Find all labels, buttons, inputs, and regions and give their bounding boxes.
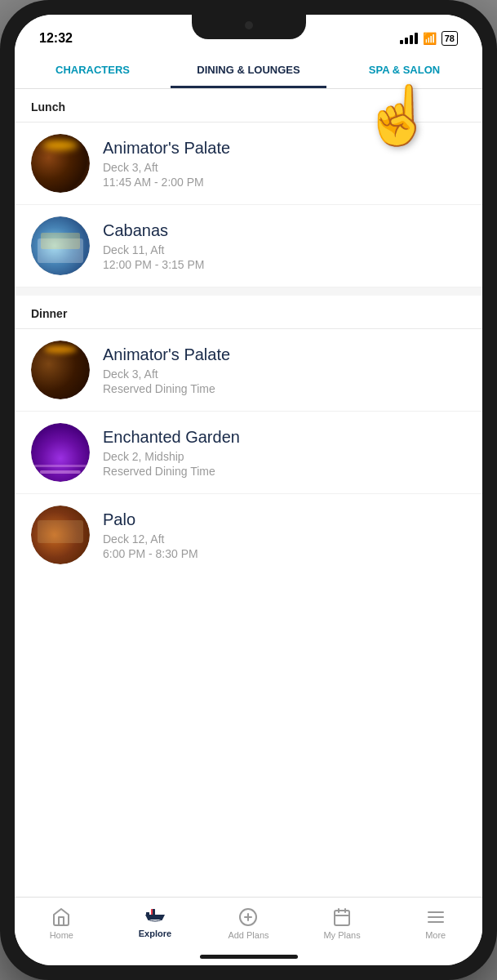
restaurant-location: Deck 3, Aft — [103, 368, 466, 381]
restaurant-time: 11:45 AM - 2:00 PM — [103, 176, 466, 189]
restaurant-info: Palo Deck 12, Aft 6:00 PM - 8:30 PM — [103, 510, 466, 560]
restaurant-time: 6:00 PM - 8:30 PM — [103, 547, 466, 560]
home-icon — [51, 907, 71, 927]
avatar — [31, 341, 90, 399]
camera — [245, 21, 253, 29]
restaurant-time: Reserved Dining Time — [103, 382, 466, 395]
section-header-lunch: Lunch — [15, 89, 482, 122]
svg-rect-6 — [335, 911, 349, 925]
avatar — [31, 506, 90, 564]
more-icon — [426, 907, 446, 927]
avatar — [31, 216, 90, 275]
restaurant-info: Enchanted Garden Deck 2, Midship Reserve… — [103, 428, 466, 478]
status-time: 12:32 — [39, 31, 73, 46]
wifi-icon: 📶 — [423, 32, 437, 45]
nav-label-my-plans: My Plans — [323, 930, 360, 940]
avatar — [31, 134, 90, 193]
nav-item-explore[interactable]: Explore — [109, 904, 202, 938]
restaurant-location: Deck 3, Aft — [103, 161, 466, 174]
restaurant-name: Cabanas — [103, 221, 466, 240]
tab-characters[interactable]: CHARACTERS — [15, 54, 171, 88]
nav-item-more[interactable]: More — [388, 904, 482, 940]
list-item[interactable]: Cabanas Deck 11, Aft 12:00 PM - 3:15 PM — [15, 205, 482, 287]
list-item[interactable]: Animator's Palate Deck 3, Aft Reserved D… — [15, 329, 482, 412]
nav-label-home: Home — [50, 930, 73, 940]
content-area: Lunch Animator's Palate Deck 3, Aft 11:4… — [15, 89, 482, 897]
section-header-dinner: Dinner — [15, 296, 482, 329]
add-plans-icon — [238, 907, 258, 927]
restaurant-info: Cabanas Deck 11, Aft 12:00 PM - 3:15 PM — [103, 221, 466, 271]
restaurant-location: Deck 2, Midship — [103, 450, 466, 463]
nav-item-my-plans[interactable]: My Plans — [295, 904, 389, 940]
tab-bar: CHARACTERS DINING & LOUNGES SPA & SALON — [15, 54, 482, 89]
restaurant-location: Deck 11, Aft — [103, 243, 466, 256]
phone-frame: 12:32 📶 78 CHARACTERS DINING & LOUNGES S… — [0, 0, 497, 980]
phone-screen: 12:32 📶 78 CHARACTERS DINING & LOUNGES S… — [15, 15, 482, 965]
restaurant-name: Palo — [103, 510, 466, 529]
list-item[interactable]: Palo Deck 12, Aft 6:00 PM - 8:30 PM — [15, 494, 482, 576]
restaurant-time: 12:00 PM - 3:15 PM — [103, 258, 466, 271]
restaurant-time: Reserved Dining Time — [103, 465, 466, 478]
ship-icon — [144, 907, 166, 925]
nav-item-home[interactable]: Home — [15, 904, 109, 940]
nav-label-more: More — [425, 930, 446, 940]
tab-spa[interactable]: SPA & SALON — [326, 54, 482, 88]
tab-dining[interactable]: DINING & LOUNGES — [171, 54, 326, 88]
section-spacer — [15, 287, 482, 296]
notch — [192, 15, 306, 39]
home-indicator — [200, 955, 298, 959]
list-item[interactable]: Enchanted Garden Deck 2, Midship Reserve… — [15, 412, 482, 494]
restaurant-name: Animator's Palate — [103, 345, 466, 364]
restaurant-info: Animator's Palate Deck 3, Aft Reserved D… — [103, 345, 466, 395]
avatar — [31, 423, 90, 482]
svg-rect-2 — [153, 909, 155, 915]
restaurant-info: Animator's Palate Deck 3, Aft 11:45 AM -… — [103, 139, 466, 189]
battery-icon: 78 — [442, 31, 458, 46]
restaurant-name: Animator's Palate — [103, 139, 466, 158]
status-icons: 📶 78 — [400, 31, 458, 46]
nav-label-add-plans: Add Plans — [228, 930, 268, 940]
list-item[interactable]: Animator's Palate Deck 3, Aft 11:45 AM -… — [15, 122, 482, 205]
signal-icon — [400, 33, 418, 44]
restaurant-name: Enchanted Garden — [103, 428, 466, 447]
my-plans-icon — [332, 907, 352, 927]
nav-item-add-plans[interactable]: Add Plans — [202, 904, 295, 940]
restaurant-location: Deck 12, Aft — [103, 532, 466, 546]
svg-rect-0 — [146, 912, 149, 915]
nav-label-explore: Explore — [139, 929, 171, 938]
